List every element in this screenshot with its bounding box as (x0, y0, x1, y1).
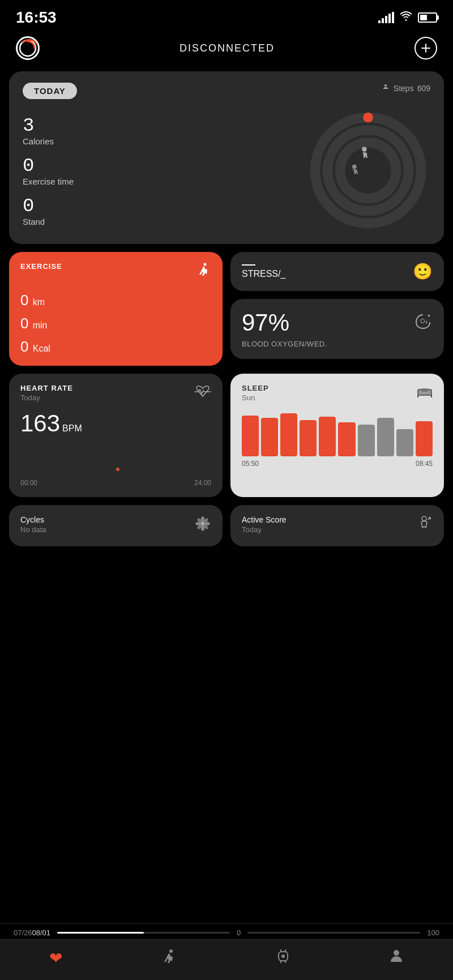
svg-point-30 (394, 950, 399, 956)
exercise-km: 0 km (20, 292, 211, 309)
svg-point-23 (169, 949, 173, 953)
stress-underline (242, 264, 255, 266)
stress-title: STRESS/_ (242, 269, 285, 279)
row-four: Cycles No data (9, 505, 444, 546)
heart-rate-title: HEART RATE (20, 384, 73, 392)
sleep-title-group: SLEEP Sun. (242, 384, 269, 402)
right-column: STRESS/_ 🙂 97% O₂ BLOOD OXYGEN/W (230, 252, 444, 366)
stand-value: 0 (23, 195, 74, 217)
sleep-times: 05:50 08:45 (242, 460, 433, 468)
row-two: EXERCISE 0 km 0 min 0 Kcal (9, 252, 444, 366)
cycles-title-group: Cycles No data (20, 515, 46, 534)
calories-label: Calories (23, 136, 74, 146)
stress-card[interactable]: STRESS/_ 🙂 (230, 252, 444, 291)
heart-rate-chart (20, 454, 211, 477)
date-left: 07/26 (14, 928, 32, 937)
heart-rate-value: 163BPM (20, 410, 211, 437)
calories-value: 3 (23, 115, 74, 136)
exercise-card[interactable]: EXERCISE 0 km 0 min 0 Kcal (9, 252, 223, 366)
exercise-time-label: Exercise time (23, 177, 74, 186)
sleep-subtitle: Sun. (242, 393, 269, 402)
sleep-bar (416, 421, 433, 456)
heart-rate-subtitle: Today (20, 393, 73, 402)
nav-watch[interactable] (276, 948, 290, 969)
stand-stat: 0 Stand (23, 195, 74, 226)
steps-text: Steps (394, 84, 414, 93)
wifi-icon (400, 11, 412, 24)
blood-oxygen-value: 97% (242, 309, 289, 336)
exercise-kcal: 0 Kcal (20, 338, 211, 356)
sleep-bar (242, 416, 259, 456)
score-left: 0 (237, 928, 241, 937)
exercise-time-stat: 0 Exercise time (23, 155, 74, 186)
app-logo[interactable] (16, 36, 40, 60)
svg-point-5 (362, 147, 367, 152)
sleep-time-end: 08:45 (416, 460, 433, 468)
sleep-bar (377, 418, 394, 456)
bpm-unit: BPM (62, 423, 82, 433)
cycles-title: Cycles (20, 515, 46, 524)
svg-rect-10 (421, 388, 428, 392)
heart-rate-card[interactable]: HEART RATE Today 163BPM 00:00 24:00 (9, 374, 223, 497)
stress-left: STRESS/_ (242, 264, 285, 279)
svg-point-29 (281, 955, 285, 958)
nav-activity[interactable] (161, 948, 177, 968)
active-score-card[interactable]: Active Score Today (230, 505, 444, 546)
cycles-subtitle: No data (20, 525, 46, 534)
running-icon (195, 262, 211, 281)
sleep-bar (396, 429, 413, 456)
blood-oxygen-card[interactable]: 97% O₂ BLOOD OXYGEN/Wed. (230, 299, 444, 359)
bed-icon (417, 384, 433, 401)
svg-point-3 (340, 143, 396, 199)
status-time: 16:53 (16, 8, 57, 27)
blood-oxygen-label: BLOOD OXYGEN/Wed. (242, 340, 327, 348)
sleep-bar (338, 422, 355, 456)
heart-rate-title-group: HEART RATE Today (20, 384, 73, 402)
score-right: 100 (427, 928, 439, 937)
exercise-kcal-unit: Kcal (33, 344, 50, 353)
hr-time-end: 24:00 (194, 479, 211, 487)
calories-stat: 3 Calories (23, 115, 74, 146)
steps-value: 609 (417, 84, 430, 93)
stand-label: Stand (23, 217, 74, 226)
top-nav: DISCONNECTED (0, 31, 453, 71)
profile-nav-icon (389, 948, 404, 968)
smiley-icon: 🙂 (413, 262, 433, 281)
sleep-header: SLEEP Sun. (242, 384, 433, 402)
row-three: HEART RATE Today 163BPM 00:00 24:00 (9, 374, 444, 497)
exercise-min-unit: min (33, 320, 48, 330)
nav-profile[interactable] (389, 948, 404, 968)
heart-rate-header: HEART RATE Today (20, 384, 211, 402)
heart-rate-dot (116, 468, 119, 471)
svg-point-6 (352, 165, 357, 169)
activity-card[interactable]: TODAY Steps 609 3 Calories 0 Exercise ti… (9, 71, 444, 244)
sleep-card[interactable]: SLEEP Sun. 05:50 08:45 (230, 374, 444, 497)
signal-icon (378, 12, 394, 23)
svg-point-0 (20, 40, 36, 56)
today-badge: TODAY (23, 83, 77, 99)
exercise-title: EXERCISE (20, 262, 62, 271)
flower-icon (194, 515, 211, 536)
svg-point-4 (363, 113, 373, 123)
sleep-time-start: 05:50 (242, 460, 259, 468)
heart-rate-icon (194, 384, 211, 401)
sleep-bar (358, 425, 375, 456)
svg-point-22 (422, 516, 426, 521)
exercise-km-value: 0 (20, 292, 28, 309)
add-button[interactable] (414, 37, 437, 59)
connection-status: DISCONNECTED (180, 42, 275, 54)
sleep-chart (242, 411, 433, 456)
cycles-card[interactable]: Cycles No data (9, 505, 223, 546)
exercise-min: 0 min (20, 315, 211, 332)
svg-point-7 (204, 263, 207, 266)
exercise-time-value: 0 (23, 155, 74, 177)
watch-nav-icon (276, 948, 290, 969)
steps-label: Steps 609 (381, 84, 430, 93)
exercise-stats: 0 km 0 min 0 Kcal (20, 292, 211, 356)
exercise-km-unit: km (33, 297, 45, 307)
nav-health[interactable]: ❤ (49, 949, 62, 968)
hr-time-start: 00:00 (20, 479, 37, 487)
activity-rings (306, 108, 430, 233)
exercise-kcal-value: 0 (20, 338, 28, 355)
person-activity-icon (416, 515, 433, 536)
